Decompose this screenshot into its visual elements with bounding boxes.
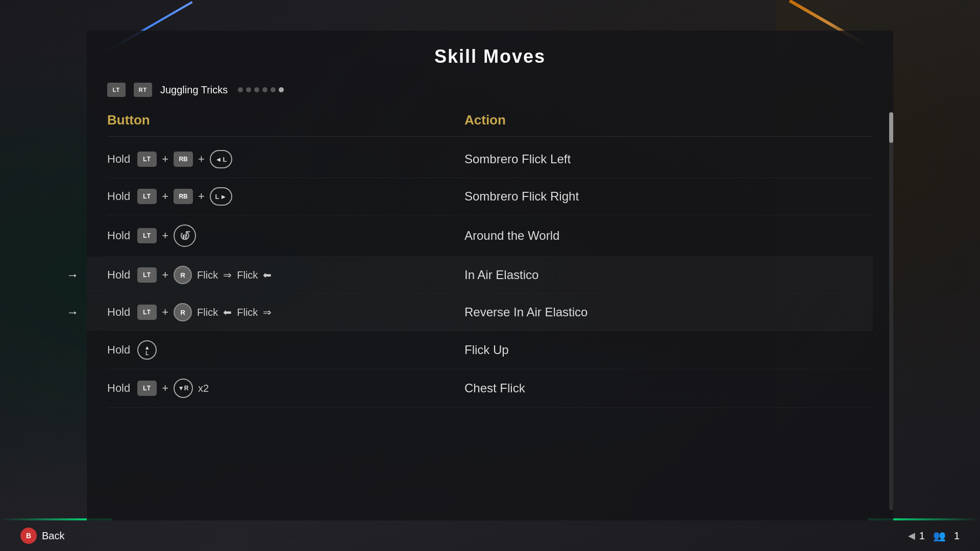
scrollbar-thumb[interactable] xyxy=(889,112,893,143)
plus-7: + xyxy=(162,306,168,319)
flick-text-4b: Flick xyxy=(237,269,258,281)
plus-5: + xyxy=(162,229,168,242)
action-2: Sombrero Flick Right xyxy=(464,189,873,204)
players-icon: 👥 xyxy=(933,530,946,542)
page-title: Skill Moves xyxy=(107,31,873,78)
lt-btn-5: LT xyxy=(137,305,157,320)
button-seq-3: Hold LT + R xyxy=(107,224,464,247)
hold-label-4: Hold xyxy=(107,268,130,282)
plus-8: + xyxy=(162,382,168,395)
button-seq-4: Hold LT + R Flick ⇒ Flick ⬅ xyxy=(107,266,464,284)
l-up-btn: ▲L xyxy=(137,340,157,360)
l-right-btn-2: L► xyxy=(210,187,232,206)
flick-arrow-right-4: ⇒ xyxy=(223,269,232,281)
lt-btn-7: LT xyxy=(137,381,157,396)
move-row-4: → Hold LT + R Flick ⇒ Flick ⬅ In Air Ela… xyxy=(107,257,873,294)
flick-arrow-left-5: ⬅ xyxy=(223,306,232,318)
flick-text-4a: Flick xyxy=(197,269,218,281)
back-label: Back xyxy=(42,530,64,542)
flick-arrow-left-4: ⬅ xyxy=(263,269,272,281)
arrow-indicator-5: → xyxy=(66,305,79,319)
move-row-3: Hold LT + R Around the World xyxy=(107,215,873,257)
dot-5 xyxy=(271,87,276,92)
button-seq-2: Hold LT + RB + L► xyxy=(107,187,464,206)
scrollbar-track[interactable] xyxy=(889,112,893,510)
r-btn-5: R xyxy=(174,303,192,321)
hold-label-3: Hold xyxy=(107,229,130,242)
category-row: LT RT Juggling Tricks xyxy=(107,78,873,107)
x2-label: x2 xyxy=(198,383,209,394)
move-row-5: → Hold LT + R Flick ⬅ Flick ⇒ Reverse In… xyxy=(107,294,873,331)
rb-btn-2: RB xyxy=(174,189,193,204)
hold-label-2: Hold xyxy=(107,190,130,203)
dot-4 xyxy=(262,87,267,92)
hold-label-6: Hold xyxy=(107,343,130,357)
action-7: Chest Flick xyxy=(464,381,873,395)
r-rotate-btn: R xyxy=(174,224,196,247)
hold-label-5: Hold xyxy=(107,306,130,319)
lt-btn-4: LT xyxy=(137,267,157,283)
move-row-6: Hold ▲L Flick Up xyxy=(107,331,873,369)
category-name: Juggling Tricks xyxy=(160,84,228,96)
flick-text-5b: Flick xyxy=(237,307,258,318)
page-number: 1 xyxy=(919,530,925,542)
move-row-2: Hold LT + RB + L► Sombrero Flick Right xyxy=(107,178,873,215)
lt-btn-2: LT xyxy=(137,189,157,204)
flick-arrow-right-5: ⇒ xyxy=(263,306,272,318)
rb-btn-1: RB xyxy=(174,152,193,167)
hold-label-7: Hold xyxy=(107,382,130,395)
flick-text-5a: Flick xyxy=(197,307,218,318)
button-seq-1: Hold LT + RB + ◄L xyxy=(107,150,464,168)
dot-1 xyxy=(238,87,243,92)
action-1: Sombrero Flick Left xyxy=(464,152,873,166)
plus-4: + xyxy=(198,190,205,203)
button-seq-6: Hold ▲L xyxy=(107,340,464,360)
r-rotate-inner: R xyxy=(182,233,187,241)
move-row-7: Hold LT + ▼R x2 Chest Flick xyxy=(107,369,873,408)
l-left-btn-1: ◄L xyxy=(210,150,232,168)
players-count: 1 xyxy=(954,530,960,542)
button-seq-7: Hold LT + ▼R x2 xyxy=(107,379,464,398)
lt-badge: LT xyxy=(107,83,126,97)
plus-3: + xyxy=(162,190,168,203)
prev-page-icon[interactable]: ◀ xyxy=(908,530,915,541)
button-header: Button xyxy=(107,112,464,128)
hold-label-1: Hold xyxy=(107,153,130,166)
arrow-indicator-4: → xyxy=(66,268,79,282)
b-badge: B xyxy=(20,528,37,544)
page-nav: ◀ 1 xyxy=(908,530,925,542)
plus-6: + xyxy=(162,268,168,282)
button-seq-5: Hold LT + R Flick ⬅ Flick ⇒ xyxy=(107,303,464,321)
rt-badge: RT xyxy=(134,83,152,97)
action-6: Flick Up xyxy=(464,343,873,357)
action-5: Reverse In Air Elastico xyxy=(464,305,873,319)
dot-6-active xyxy=(279,87,284,92)
lt-btn-3: LT xyxy=(137,228,157,243)
column-headers: Button Action xyxy=(107,107,873,136)
back-button[interactable]: B Back xyxy=(20,528,64,544)
r-down-btn: ▼R xyxy=(174,379,193,398)
bottom-bar: B Back ◀ 1 👥 1 xyxy=(0,520,980,551)
page-dots xyxy=(238,87,284,92)
header-divider xyxy=(107,136,873,137)
page-info: ◀ 1 👥 1 xyxy=(908,530,960,542)
plus-2: + xyxy=(198,153,205,166)
plus-1: + xyxy=(162,153,168,166)
action-3: Around the World xyxy=(464,229,873,243)
main-panel: Skill Moves LT RT Juggling Tricks Button… xyxy=(87,31,893,520)
r-btn-4: R xyxy=(174,266,192,284)
lt-btn-1: LT xyxy=(137,152,157,167)
action-header: Action xyxy=(464,112,873,128)
moves-list: Hold LT + RB + ◄L Sombrero Flick Left Ho… xyxy=(107,141,873,408)
action-4: In Air Elastico xyxy=(464,268,873,282)
dot-2 xyxy=(246,87,251,92)
dot-3 xyxy=(254,87,259,92)
move-row-1: Hold LT + RB + ◄L Sombrero Flick Left xyxy=(107,141,873,178)
